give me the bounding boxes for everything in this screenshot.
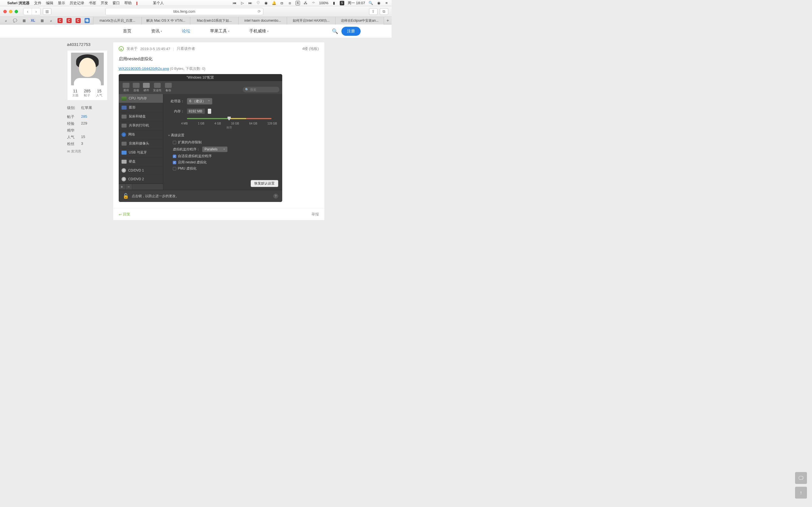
avatar[interactable] [71,53,104,86]
fav-icon[interactable]: ▦ [40,18,45,23]
stat-posts[interactable]: 285帖子 [84,89,91,98]
clock[interactable]: 周一 18:07 [348,1,365,6]
fav-icon[interactable]: 𝑎 [49,18,54,23]
battery-icon[interactable]: ▮ [332,1,336,5]
tab[interactable]: 这样在Eclipse中安装an... [335,17,384,24]
fav-icon[interactable]: 锋 [85,18,90,23]
nav-news[interactable]: 资讯▾ [151,29,162,34]
bluetooth-icon[interactable]: ⁂ [303,1,308,5]
tab[interactable]: Mac在win10系统下如... [190,17,239,24]
only-author-link[interactable]: 只看该作者 [177,46,195,51]
menu-history[interactable]: 历史记录 [70,1,84,6]
globe-icon[interactable]: ◉ [264,1,268,5]
sidebar-button[interactable]: ▥ [43,8,51,15]
register-button[interactable]: 注册 [342,27,361,36]
minimize-button[interactable] [9,10,12,13]
reload-icon[interactable]: ⟳ [258,9,261,13]
fav-icon[interactable]: 💬 [12,18,17,23]
pd-side-printers[interactable]: 共享的打印机 [119,121,163,130]
pd-side-mouse[interactable]: 鼠标和键盘 [119,112,163,121]
fav-icon[interactable]: ▦ [21,18,27,23]
pd-tab-security[interactable]: 安全性 [152,83,163,93]
fav-icon[interactable]: 𝑎 [3,18,8,23]
pd-tab-hardware[interactable]: 硬件 [142,83,151,93]
posts-link[interactable]: 285 [81,114,87,119]
prev-track-icon[interactable]: ⏮ [232,1,237,5]
next-track-icon[interactable]: ⏭ [248,1,253,5]
fav-icon[interactable]: C [66,18,71,23]
back-button[interactable]: ‹ [23,8,32,15]
pd-tab-backup[interactable]: 备份 [164,83,173,93]
tab[interactable]: 如何开启Intel HAXM功... [287,17,335,24]
nav-tools[interactable]: 苹果工具▾ [210,29,230,34]
status-icon[interactable]: ◘ [280,1,284,5]
tab[interactable]: macvtx怎么开启_百度... [93,17,142,24]
restore-defaults-button[interactable]: 恢复默认设置 [251,180,278,187]
pd-remove-device[interactable]: − [125,184,132,189]
pd-side-usb[interactable]: USB 与蓝牙 [119,148,163,157]
new-tab-button[interactable]: + [384,17,392,24]
share-button[interactable]: ⇪ [369,8,377,15]
chk-pmu[interactable]: PMU 虚拟化 [173,166,277,171]
report-button[interactable]: 举报 [312,212,319,217]
fav-icon[interactable]: XL [31,18,36,23]
hypervisor-select[interactable]: Parallels [202,147,227,152]
author-name[interactable]: a403172753 [67,42,108,47]
nav-home[interactable]: 首页 [123,29,132,34]
notification-center-icon[interactable]: ≡ [384,1,389,5]
search-icon[interactable]: 🔍 [332,28,338,34]
pd-tab-options[interactable]: 选项 [132,83,141,93]
menu-edit[interactable]: 编辑 [46,1,53,6]
menu-window[interactable]: 窗口 [112,1,120,6]
fav-icon[interactable]: C [57,18,63,23]
pd-side-audio[interactable]: 音频和摄像头 [119,139,163,148]
cpu-select[interactable]: 6 （建议） [187,98,212,105]
close-button[interactable] [3,10,7,13]
forward-button[interactable]: › [32,8,40,15]
pd-add-device[interactable]: + [119,184,125,189]
menu-view[interactable]: 显示 [58,1,65,6]
maximize-button[interactable] [15,10,18,13]
user-account[interactable]: 某个人 [153,1,164,6]
spotlight-icon[interactable]: 🔍 [368,1,373,5]
status-icon-2[interactable]: ⧈ [288,1,292,5]
lock-icon[interactable]: 🔓 [123,193,129,199]
menu-develop[interactable]: 开发 [101,1,108,6]
pd-side-cpu[interactable]: CPU 与内存 [119,94,163,103]
ime-icon[interactable]: 英 [296,1,300,5]
mem-slider[interactable] [187,118,271,121]
nav-mobile[interactable]: 手机威锋▾ [249,29,269,34]
pd-side-hd[interactable]: 硬盘 [119,157,163,166]
pd-side-graphics[interactable]: 图形 [119,103,163,112]
mem-stepper[interactable] [208,109,211,114]
floor-label[interactable]: 4楼 (地板) [302,46,319,51]
menu-file[interactable]: 文件 [34,1,42,6]
stat-topics[interactable]: 11主题 [72,89,79,98]
pd-tab-general[interactable]: 通用 [121,83,131,93]
pd-side-network[interactable]: 网络 [119,130,163,139]
advanced-header[interactable]: 高级设置 [168,133,277,138]
attachment-link[interactable]: WX20190305-164420@2x.png [119,66,169,71]
fav-icon[interactable]: C [75,18,81,23]
pd-side-cd1[interactable]: CD/DVD 1 [119,166,163,175]
reply-button[interactable]: ↩回复 [119,212,130,217]
menu-bookmarks[interactable]: 书签 [89,1,96,6]
tabs-button[interactable]: ⧉ [380,8,388,15]
send-message[interactable]: ✉发消息 [67,149,108,154]
bell-icon[interactable]: 🔔 [272,1,276,5]
wifi-icon[interactable]: ⌔ [311,1,316,5]
help-icon[interactable]: ? [273,193,278,199]
siri-icon[interactable]: ◉ [376,1,381,5]
chk-extmem[interactable]: 扩展的内存限制 [173,140,277,145]
play-icon[interactable]: ▷ [240,1,245,5]
sogou-icon[interactable]: S [340,1,344,5]
chk-nested[interactable]: 启用 nested 虚拟化 [173,160,277,165]
tab[interactable]: 解决 Mac OS X 中 VT/N... [142,17,190,24]
nav-forum[interactable]: 论坛 [182,29,190,34]
chk-adaptive[interactable]: 自适应虚拟机监控程序 [173,154,277,159]
app-name[interactable]: Safari 浏览器 [7,1,30,6]
tab[interactable]: intel haxm documentio... [238,17,287,24]
mem-input[interactable]: 8192 MB [187,108,205,114]
heart-icon[interactable]: ♡ [256,1,260,5]
pd-search[interactable]: 🔍搜索 [243,87,280,93]
